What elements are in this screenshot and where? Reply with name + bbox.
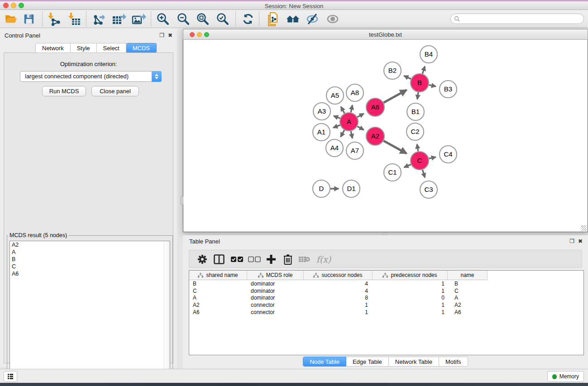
network-canvas[interactable]: B4B2BB3A5A8A6B1A3AA1C2A2A4A7CC4C1C3DD1 (183, 40, 588, 232)
export-image-icon[interactable] (132, 12, 146, 26)
table-settings-gear-icon[interactable] (196, 253, 209, 266)
search-field[interactable] (450, 14, 584, 24)
column-header-name[interactable]: name (448, 271, 488, 280)
zoom-in-icon[interactable] (156, 12, 170, 26)
home-layout-icon[interactable] (286, 12, 300, 26)
import-table-icon[interactable] (67, 12, 82, 26)
run-mcds-button[interactable]: Run MCDS (42, 86, 86, 96)
result-item[interactable]: A6 (10, 270, 170, 277)
function-builder-icon[interactable]: f(x) (314, 253, 334, 266)
column-header-successor-nodes[interactable]: successor nodes (304, 271, 373, 280)
zoom-out-icon[interactable] (176, 12, 191, 26)
graph-edge-A2-C[interactable] (383, 141, 406, 153)
graph-edge-A-A1[interactable] (333, 125, 340, 128)
network-window-titlebar[interactable]: testGlobe.txt (183, 29, 588, 40)
tab-style[interactable]: Style (71, 43, 97, 53)
refresh-icon[interactable] (241, 12, 255, 26)
criterion-dropdown[interactable]: largest connected component (directed) (20, 71, 162, 82)
close-panel-button[interactable]: Close panel (91, 86, 139, 96)
export-network-icon[interactable] (91, 12, 106, 26)
table-cell[interactable]: A2 (448, 302, 488, 308)
tab-edge-table[interactable]: Edge Table (346, 357, 389, 367)
table-cell[interactable]: 1 (373, 302, 448, 308)
graph-node-B3[interactable]: B3 (440, 81, 457, 98)
graph-edge-A-A4[interactable] (341, 130, 344, 137)
graph-edge-C-C4[interactable] (429, 157, 435, 158)
table-cell[interactable]: 8 (304, 295, 373, 301)
table-cell[interactable]: 4 (304, 281, 373, 287)
graph-node-A6[interactable]: A6 (366, 98, 384, 116)
column-header-shared-name[interactable]: shared name (189, 271, 247, 280)
graph-node-A[interactable]: A (340, 113, 358, 131)
graph-node-D[interactable]: D (313, 180, 330, 197)
zoom-fit-icon[interactable] (196, 12, 210, 26)
table-cell[interactable]: connector (247, 302, 304, 308)
add-column-icon[interactable] (264, 253, 278, 266)
table-row[interactable]: A6connector11A6 (189, 309, 583, 316)
table-row[interactable]: Adominator80A (189, 295, 583, 302)
graph-node-B1[interactable]: B1 (407, 103, 424, 120)
import-network-icon[interactable] (47, 12, 62, 26)
table-cell[interactable]: 1 (373, 281, 448, 287)
task-history-button[interactable] (4, 371, 17, 382)
table-cell[interactable]: A (189, 295, 247, 301)
deselect-all-rows-icon[interactable] (248, 253, 261, 266)
select-all-rows-icon[interactable] (230, 253, 244, 266)
open-folder-icon[interactable] (4, 12, 18, 26)
table-cell[interactable]: dominator (247, 281, 304, 287)
table-cell[interactable]: 1 (373, 288, 448, 294)
table-cell[interactable]: 1 (304, 309, 373, 315)
graph-edge-A-A5[interactable] (341, 107, 344, 114)
graph-node-B4[interactable]: B4 (420, 46, 437, 63)
table-cell[interactable]: 0 (373, 295, 448, 301)
graph-edge-B-B4[interactable] (422, 67, 425, 74)
column-header-MCDS-role[interactable]: MCDS role (247, 271, 304, 280)
table-cell[interactable]: 1 (373, 309, 448, 315)
graph-edge-A-A8[interactable] (351, 105, 352, 112)
table-row[interactable]: Cdominator41C (189, 287, 583, 295)
graph-edge-A-A6[interactable] (357, 114, 363, 117)
clone-network-icon[interactable] (266, 12, 281, 26)
table-cell[interactable]: C (189, 288, 247, 294)
tab-network-table[interactable]: Network Table (389, 357, 439, 367)
result-item[interactable]: A2 (10, 241, 170, 248)
canvas-splitter-tab[interactable] (181, 196, 183, 205)
show-details-icon[interactable] (325, 12, 340, 26)
table-row[interactable]: Bdominator41B (189, 280, 583, 287)
close-table-panel-icon[interactable]: ✖ (578, 238, 583, 244)
graph-edge-A-A3[interactable] (334, 116, 340, 118)
graph-node-D1[interactable]: D1 (343, 180, 360, 197)
search-input[interactable] (462, 16, 583, 22)
table-cell[interactable]: A2 (189, 302, 247, 308)
table-cell[interactable]: dominator (247, 295, 304, 301)
table-cell[interactable]: connector (247, 309, 304, 315)
table-cell[interactable]: 4 (304, 288, 373, 294)
tab-node-table[interactable]: Node Table (303, 357, 346, 367)
graph-edge-A6-B[interactable] (383, 90, 406, 103)
tab-network[interactable]: Network (35, 43, 71, 53)
graph-node-A4[interactable]: A4 (326, 139, 343, 157)
result-scrollbar[interactable] (164, 241, 170, 386)
result-item[interactable]: A (10, 248, 170, 256)
graph-node-B2[interactable]: B2 (384, 62, 401, 79)
export-table-icon[interactable] (112, 12, 126, 26)
graph-edge-C-C1[interactable] (404, 164, 411, 167)
graph-node-A5[interactable]: A5 (326, 87, 344, 104)
table-cell[interactable]: A6 (448, 309, 488, 315)
graph-edge-A-A7[interactable] (351, 131, 352, 138)
delete-column-trash-icon[interactable] (281, 253, 295, 266)
graph-node-A7[interactable]: A7 (346, 142, 363, 159)
table-cell[interactable]: dominator (247, 288, 304, 294)
graph-node-A2[interactable]: A2 (366, 127, 384, 145)
graph-node-C[interactable]: C (411, 152, 429, 170)
table-cell[interactable]: B (448, 281, 488, 287)
tab-motifs[interactable]: Motifs (439, 357, 468, 367)
tab-select[interactable]: Select (97, 43, 126, 53)
zoom-selected-icon[interactable] (215, 12, 230, 26)
table-row[interactable]: A2connector11A2 (189, 301, 583, 309)
graph-node-C2[interactable]: C2 (406, 123, 424, 140)
graph-edge-C-C3[interactable] (422, 170, 425, 177)
result-item[interactable]: C (10, 263, 170, 270)
float-panel-icon[interactable]: ❐ (159, 32, 164, 38)
graph-node-A8[interactable]: A8 (346, 84, 363, 101)
